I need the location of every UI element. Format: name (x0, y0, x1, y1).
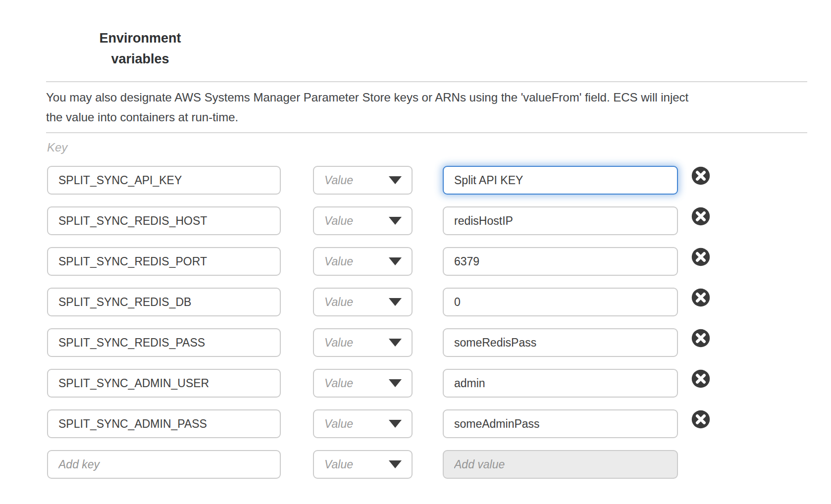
value-type-label: Value (324, 214, 353, 228)
x-circle-icon (691, 410, 710, 429)
key-input[interactable] (47, 206, 281, 235)
description-line1: You may also designate AWS Systems Manag… (46, 88, 807, 107)
value-input[interactable] (443, 206, 678, 235)
value-type-label: Value (324, 255, 353, 268)
value-type-dropdown[interactable]: Value (313, 409, 413, 438)
value-input[interactable] (443, 166, 678, 195)
key-input[interactable] (47, 328, 281, 357)
chevron-down-icon (389, 339, 402, 347)
value-type-label: Value (324, 458, 353, 471)
value-type-label: Value (324, 296, 353, 309)
remove-variable-button[interactable] (691, 166, 710, 185)
remove-variable-button[interactable] (691, 369, 710, 388)
add-env-var-row: Value (0, 450, 831, 479)
env-var-row: Value (0, 206, 831, 235)
x-circle-icon (691, 248, 710, 266)
chevron-down-icon (389, 379, 402, 387)
env-variables-label-line2: variables (46, 49, 234, 69)
env-var-row: Value (0, 247, 831, 276)
description-line2: the value into containers at run-time. (46, 107, 807, 127)
value-type-dropdown[interactable]: Value (313, 166, 413, 195)
remove-variable-button[interactable] (691, 248, 710, 266)
section-divider-bottom (46, 132, 807, 133)
value-type-label: Value (324, 336, 353, 350)
value-type-label: Value (324, 377, 353, 390)
value-type-dropdown[interactable]: Value (313, 450, 413, 479)
key-input[interactable] (47, 288, 281, 316)
key-input[interactable] (47, 166, 281, 195)
chevron-down-icon (389, 460, 402, 468)
x-circle-icon (691, 329, 710, 348)
x-circle-icon (691, 166, 710, 185)
chevron-down-icon (389, 420, 402, 428)
x-circle-icon (691, 288, 710, 307)
chevron-down-icon (389, 217, 402, 225)
key-input[interactable] (47, 247, 281, 276)
value-input[interactable] (443, 369, 678, 398)
value-input[interactable] (443, 247, 678, 276)
chevron-down-icon (389, 176, 402, 184)
value-type-dropdown[interactable]: Value (313, 247, 413, 276)
value-type-dropdown[interactable]: Value (313, 206, 413, 235)
env-variables-label: Environment variables (46, 0, 234, 69)
env-var-row: Value (0, 288, 831, 316)
env-var-row: Value (0, 166, 831, 195)
env-var-row: Value (0, 328, 831, 357)
value-type-label: Value (324, 417, 353, 431)
add-key-input[interactable] (47, 450, 281, 479)
remove-variable-button[interactable] (691, 329, 710, 348)
value-type-dropdown[interactable]: Value (313, 369, 413, 398)
value-input[interactable] (443, 409, 678, 438)
env-var-row: Value (0, 409, 831, 438)
value-type-dropdown[interactable]: Value (313, 288, 413, 316)
value-input[interactable] (443, 288, 678, 316)
x-circle-icon (691, 369, 710, 388)
value-type-label: Value (324, 174, 353, 187)
remove-variable-button[interactable] (691, 207, 710, 226)
env-var-rows: Value Value Value Value (0, 166, 831, 479)
remove-variable-button[interactable] (691, 288, 710, 307)
x-circle-icon (691, 207, 710, 226)
parameter-store-description: You may also designate AWS Systems Manag… (46, 82, 807, 132)
chevron-down-icon (389, 298, 402, 306)
value-type-dropdown[interactable]: Value (313, 328, 413, 357)
chevron-down-icon (389, 257, 402, 265)
remove-variable-button[interactable] (691, 410, 710, 429)
key-column-label: Key (47, 140, 831, 155)
key-input[interactable] (47, 369, 281, 398)
add-value-input[interactable] (443, 450, 678, 479)
env-variables-label-line1: Environment (46, 28, 234, 49)
env-var-row: Value (0, 369, 831, 398)
key-input[interactable] (47, 409, 281, 438)
value-input[interactable] (443, 328, 678, 357)
